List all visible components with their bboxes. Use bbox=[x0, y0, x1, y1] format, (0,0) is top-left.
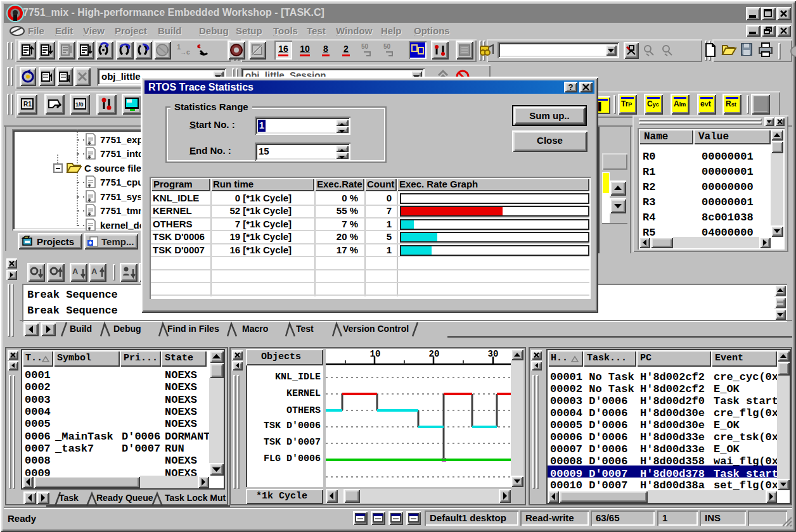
svg-text:R1: R1 bbox=[23, 101, 32, 108]
svg-text:30: 30 bbox=[488, 349, 499, 359]
svg-text:10: 10 bbox=[370, 349, 381, 359]
svg-text:A: A bbox=[72, 267, 79, 276]
svg-text:A: A bbox=[91, 267, 98, 276]
svg-text:20: 20 bbox=[429, 349, 440, 359]
svg-text:1/0: 1/0 bbox=[75, 101, 84, 108]
